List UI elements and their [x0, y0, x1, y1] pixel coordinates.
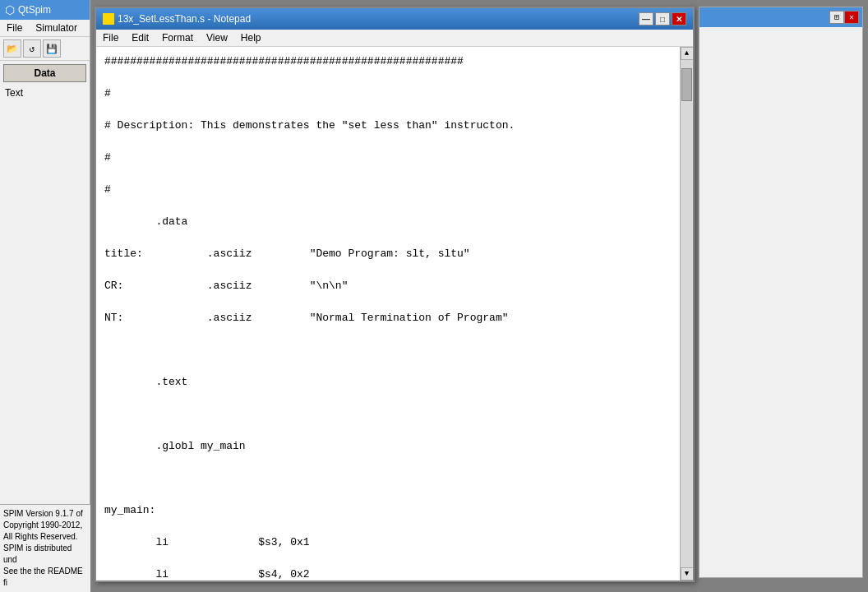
scroll-down-button[interactable]: ▼: [681, 567, 694, 580]
menu-file[interactable]: File: [0, 20, 29, 36]
code-line-10: [104, 342, 672, 358]
qtspim-icon: ⬡: [5, 3, 15, 16]
code-line-15: my_main:: [104, 502, 672, 519]
right-panel-titlebar: ⊞ ✕: [699, 7, 862, 27]
data-label: Data: [3, 64, 86, 82]
close-button[interactable]: ✕: [672, 12, 686, 25]
notepad-title-area: 13x_SetLessThan.s - Notepad: [103, 13, 251, 25]
code-line-16: li $s3, 0x1: [104, 534, 672, 551]
code-line-3: # Description: This demonstrates the "se…: [104, 118, 672, 134]
code-line-13: .globl my_main: [104, 438, 672, 455]
toolbar-btn-open[interactable]: 📂: [3, 39, 21, 58]
code-line-1: ########################################…: [104, 53, 672, 70]
code-line-12: [104, 406, 672, 423]
notepad-editor[interactable]: ########################################…: [96, 47, 680, 580]
notepad-titlebar: 13x_SetLessThan.s - Notepad — □ ✕: [96, 8, 693, 30]
toolbar-btn-save[interactable]: 💾: [43, 39, 61, 58]
notepad-content-area: ########################################…: [96, 47, 693, 580]
notepad-title: 13x_SetLessThan.s - Notepad: [118, 13, 251, 25]
code-line-6: .data: [104, 214, 672, 230]
spim-version-text: SPIM Version 9.1.7 of Copyright 1990-201…: [3, 509, 85, 587]
code-line-4: #: [104, 150, 672, 166]
code-line-5: #: [104, 182, 672, 198]
menu-view[interactable]: View: [200, 30, 234, 46]
notepad-window-controls: — □ ✕: [639, 12, 686, 25]
qtspim-menubar: File Simulator: [0, 20, 90, 37]
scroll-track[interactable]: [681, 60, 693, 567]
code-line-11: .text: [104, 374, 672, 391]
notepad-icon: [103, 13, 114, 25]
code-line-17: li $s4, 0x2: [104, 567, 672, 580]
code-line-9: NT: .asciiz "Normal Termination of Progr…: [104, 310, 672, 326]
scroll-up-button[interactable]: ▲: [681, 47, 694, 60]
code-line-8: CR: .asciiz "\n\n": [104, 278, 672, 294]
scrollbar-vertical[interactable]: ▲ ▼: [680, 47, 693, 580]
right-panel-close-btn[interactable]: ✕: [844, 11, 859, 24]
menu-simulator[interactable]: Simulator: [29, 20, 84, 36]
code-line-7: title: .asciiz "Demo Program: slt, sltu": [104, 246, 672, 262]
minimize-button[interactable]: —: [639, 12, 653, 25]
qtspim-title: QtSpim: [18, 4, 51, 16]
qtspim-panel: ⬡ QtSpim File Simulator 📂 ↺ 💾 Data Text …: [0, 0, 90, 592]
right-panel: ⊞ ✕: [699, 7, 863, 578]
menu-edit[interactable]: Edit: [125, 30, 155, 46]
scroll-thumb[interactable]: [681, 68, 692, 101]
menu-help[interactable]: Help: [234, 30, 268, 46]
qtspim-bottom-text: SPIM Version 9.1.7 of Copyright 1990-201…: [0, 504, 90, 592]
notepad-window: 13x_SetLessThan.s - Notepad — □ ✕ File E…: [95, 7, 695, 582]
right-panel-icon-btn-1[interactable]: ⊞: [829, 11, 844, 24]
code-line-2: #: [104, 86, 672, 102]
code-line-14: [104, 470, 672, 487]
maximize-button[interactable]: □: [655, 12, 670, 25]
text-label: Text: [0, 86, 90, 100]
menu-format[interactable]: Format: [155, 30, 200, 46]
menu-file[interactable]: File: [96, 30, 125, 46]
notepad-menubar: File Edit Format View Help: [96, 30, 693, 47]
toolbar-btn-reload[interactable]: ↺: [23, 39, 41, 58]
qtspim-titlebar: ⬡ QtSpim: [0, 0, 90, 20]
qtspim-toolbar: 📂 ↺ 💾: [0, 37, 90, 61]
